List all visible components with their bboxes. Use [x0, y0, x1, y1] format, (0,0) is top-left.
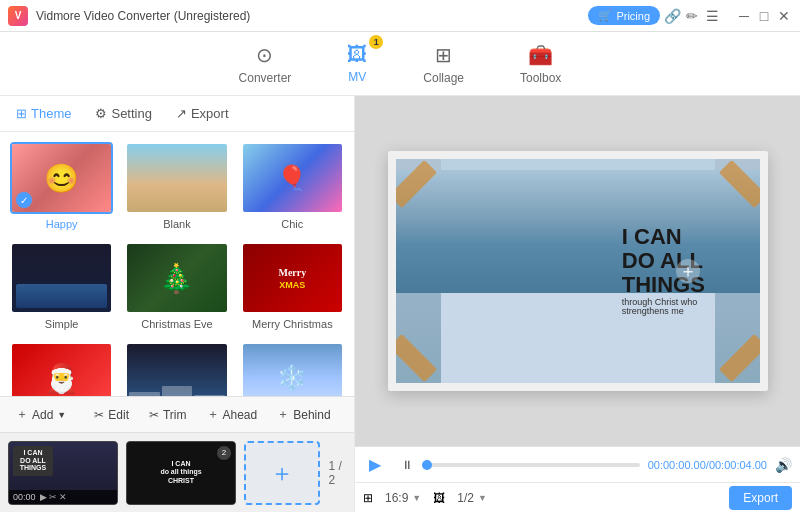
- edit-icon: ✂: [94, 408, 104, 422]
- tab-converter[interactable]: ⊙ Converter: [231, 39, 300, 89]
- tab-theme[interactable]: ⊞ Theme: [12, 104, 75, 123]
- preview-frame: I CAN DO ALL THINGS through Christ who s…: [388, 151, 768, 391]
- app-icon: V: [8, 6, 28, 26]
- progress-bar[interactable]: [427, 463, 640, 467]
- theme-blank-label: Blank: [163, 218, 191, 230]
- left-panel: ⊞ Theme ⚙ Setting ↗ Export 😊 ✓: [0, 96, 355, 512]
- timeline-clip-2[interactable]: I CANdo all thingsCHRIST 2: [126, 441, 236, 505]
- cart-icon: 🛒: [598, 9, 612, 22]
- clip-1-time: 00:00: [13, 492, 36, 502]
- theme-simple[interactable]: Simple: [8, 240, 115, 332]
- preview-line1: I CAN: [622, 225, 705, 249]
- theme-happy-label: Happy: [46, 218, 78, 230]
- tab-collage[interactable]: ⊞ Collage: [415, 39, 472, 89]
- theme-thumb-happy: 😊 ✓: [10, 142, 113, 214]
- feedback-icon-btn[interactable]: ✏: [684, 8, 700, 24]
- maximize-button[interactable]: □: [756, 8, 772, 24]
- main-content: ⊞ Theme ⚙ Setting ↗ Export 😊 ✓: [0, 96, 800, 512]
- pricing-button[interactable]: 🛒 Pricing: [588, 6, 660, 25]
- quality-chevron: ▼: [478, 493, 487, 503]
- clip-1-overlay: 00:00 ▶ ✂ ✕: [9, 490, 117, 504]
- theme-chic-label: Chic: [281, 218, 303, 230]
- add-button[interactable]: ＋ Add ▼: [8, 402, 74, 427]
- aspect-ratio-chevron: ▼: [412, 493, 421, 503]
- app-title: Vidmore Video Converter (Unregistered): [36, 9, 588, 23]
- mv-icon: 🖼: [347, 43, 367, 66]
- ahead-icon: ＋: [207, 406, 219, 423]
- export-tab-icon: ↗: [176, 106, 187, 121]
- export-button[interactable]: Export: [729, 486, 792, 510]
- theme-selected-check: ✓: [16, 192, 32, 208]
- timeline-add-clip[interactable]: ＋: [244, 441, 320, 505]
- theme-simple-label: Simple: [45, 318, 79, 330]
- toolbox-tab-wrapper: 🧰 Toolbox: [512, 39, 569, 89]
- theme-thumb-chic: 🎈: [241, 142, 344, 214]
- theme-tab-icon: ⊞: [16, 106, 27, 121]
- theme-chic[interactable]: 🎈 Chic: [239, 140, 346, 232]
- minimize-button[interactable]: ─: [736, 8, 752, 24]
- theme-thumb-simple: [10, 242, 113, 314]
- clip-2-badge: 2: [222, 448, 226, 457]
- theme-thumb-santa-claus: 🎅: [10, 342, 113, 396]
- edit-button[interactable]: ✂ Edit: [86, 404, 137, 426]
- aspect-ratio-select[interactable]: 16:9 ▼: [385, 491, 421, 505]
- theme-santa-claus[interactable]: 🎅 Santa Claus: [8, 340, 115, 396]
- menu-icon-btn[interactable]: ☰: [704, 8, 720, 24]
- time-display: 00:00:00.00/00:00:04.00: [648, 459, 767, 471]
- preview-sub-text: through Christ who strengthens me: [622, 297, 705, 317]
- theme-christmas-eve[interactable]: 🎄 Christmas Eve: [123, 240, 230, 332]
- mv-tab-wrapper: 🖼 MV 1: [339, 39, 375, 88]
- theme-modern-life[interactable]: Modern Life: [123, 340, 230, 396]
- clip-1-cut-icon: ✂: [49, 492, 57, 502]
- aspect-ratio-icon: ⊞: [363, 491, 373, 505]
- ahead-button[interactable]: ＋ Ahead: [199, 402, 266, 427]
- behind-button[interactable]: ＋ Behind: [269, 402, 338, 427]
- setting-tab-icon: ⚙: [95, 106, 107, 121]
- action-bar: ＋ Add ▼ ✂ Edit ✂ Trim ＋ Ahead ＋ Behind: [0, 396, 354, 432]
- theme-happy[interactable]: 😊 ✓ Happy: [8, 140, 115, 232]
- preview-area: I CAN DO ALL THINGS through Christ who s…: [355, 96, 800, 446]
- timeline: I CANDO ALLTHINGS 00:00 ▶ ✂ ✕ I CANdo al: [0, 432, 354, 512]
- clip-1-close-icon: ✕: [59, 492, 67, 502]
- toolbox-icon: 🧰: [528, 43, 553, 67]
- theme-snowy-night[interactable]: ❄️ Snowy Night: [239, 340, 346, 396]
- settings-row: ⊞ 16:9 ▼ 🖼 1/2 ▼ Export: [355, 482, 800, 512]
- title-bar: V Vidmore Video Converter (Unregistered)…: [0, 0, 800, 32]
- collage-icon: ⊞: [435, 43, 452, 67]
- behind-icon: ＋: [277, 406, 289, 423]
- search-icon-btn[interactable]: 🔗: [664, 8, 680, 24]
- theme-thumb-christmas-eve: 🎄: [125, 242, 228, 314]
- theme-thumb-snowy-night: ❄️: [241, 342, 344, 396]
- play-button[interactable]: ▶: [363, 453, 387, 477]
- quality-select[interactable]: 1/2 ▼: [457, 491, 487, 505]
- tab-setting[interactable]: ⚙ Setting: [91, 104, 155, 123]
- theme-christmas-eve-label: Christmas Eve: [141, 318, 213, 330]
- clip-1-preview: I CANDO ALLTHINGS: [13, 446, 53, 476]
- add-dropdown-icon: ▼: [57, 410, 66, 420]
- trim-button[interactable]: ✂ Trim: [141, 404, 195, 426]
- timeline-clip-1[interactable]: I CANDO ALLTHINGS 00:00 ▶ ✂ ✕: [8, 441, 118, 505]
- right-panel: I CAN DO ALL THINGS through Christ who s…: [355, 96, 800, 512]
- theme-thumb-modern-life: [125, 342, 228, 396]
- tab-export[interactable]: ↗ Export: [172, 104, 233, 123]
- trim-icon: ✂: [149, 408, 159, 422]
- clip-1-play-icon: ▶: [40, 492, 47, 502]
- nav-tabs: ⊙ Converter 🖼 MV 1 ⊞ Collage 🧰 Toolbox: [0, 32, 800, 96]
- theme-blank[interactable]: Blank: [123, 140, 230, 232]
- theme-thumb-merry-christmas: Merry XMAS: [241, 242, 344, 314]
- converter-icon: ⊙: [256, 43, 273, 67]
- pause-button[interactable]: ⏸: [395, 453, 419, 477]
- plus-icon: ＋: [16, 406, 28, 423]
- progress-dot: [422, 460, 432, 470]
- collage-tab-wrapper: ⊞ Collage: [415, 39, 472, 89]
- volume-icon[interactable]: 🔊: [775, 457, 792, 473]
- timeline-page-count: 1 / 2: [328, 459, 346, 487]
- tab-toolbox[interactable]: 🧰 Toolbox: [512, 39, 569, 89]
- title-controls: 🛒 Pricing 🔗 ✏ ☰ ─ □ ✕: [588, 6, 792, 25]
- mv-badge: 1: [369, 35, 383, 49]
- left-panel-tabs: ⊞ Theme ⚙ Setting ↗ Export: [0, 96, 354, 132]
- theme-grid: 😊 ✓ Happy Blank 🎈 C: [0, 132, 354, 396]
- close-button[interactable]: ✕: [776, 8, 792, 24]
- theme-merry-christmas[interactable]: Merry XMAS Merry Christmas: [239, 240, 346, 332]
- preview-add-button[interactable]: ＋: [676, 259, 700, 283]
